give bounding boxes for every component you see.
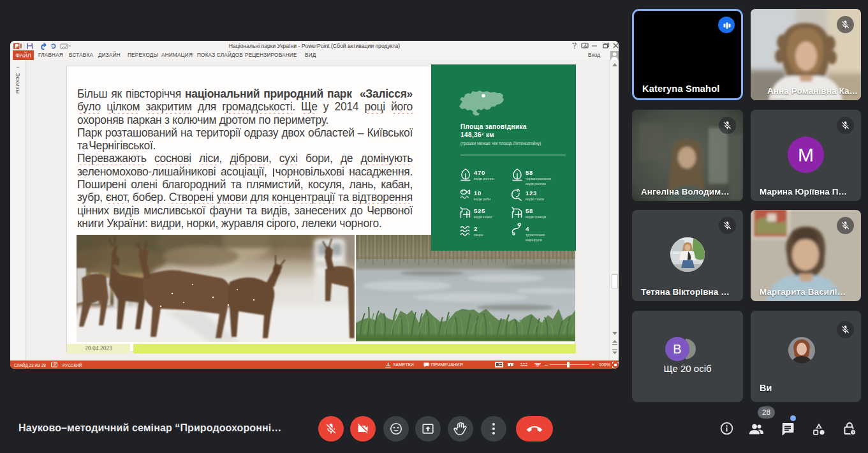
svg-text:видів риби: видів риби [474, 197, 490, 201]
svg-text:видів рослин: видів рослин [526, 182, 546, 186]
svg-text:маршрутів: маршрутів [526, 238, 542, 242]
svg-text:Площа заповідника: Площа заповідника [460, 123, 527, 130]
svg-text:148,36² км: 148,36² км [460, 131, 494, 138]
svg-text:видів птахів: видів птахів [526, 197, 544, 201]
svg-text:видів ссавців: видів ссавців [526, 215, 547, 219]
svg-text:видів рослин: видів рослин [474, 177, 494, 181]
svg-text:58: 58 [526, 169, 533, 176]
svg-text:525: 525 [474, 207, 485, 214]
svg-text:видів комах: видів комах [474, 215, 492, 219]
svg-text:58: 58 [526, 207, 533, 214]
svg-text:10: 10 [474, 189, 482, 197]
svg-text:(трошки менше ніж площа Ліхтен: (трошки менше ніж площа Ліхтенштейну) [460, 141, 541, 146]
svg-text:4: 4 [526, 225, 529, 232]
svg-text:озера: озера [474, 233, 483, 237]
svg-text:470: 470 [474, 169, 485, 176]
svg-text:туристичних: туристичних [526, 233, 545, 237]
svg-text:червонокнижних: червонокнижних [526, 177, 552, 181]
svg-text:2: 2 [474, 225, 478, 232]
svg-text:123: 123 [526, 189, 537, 197]
